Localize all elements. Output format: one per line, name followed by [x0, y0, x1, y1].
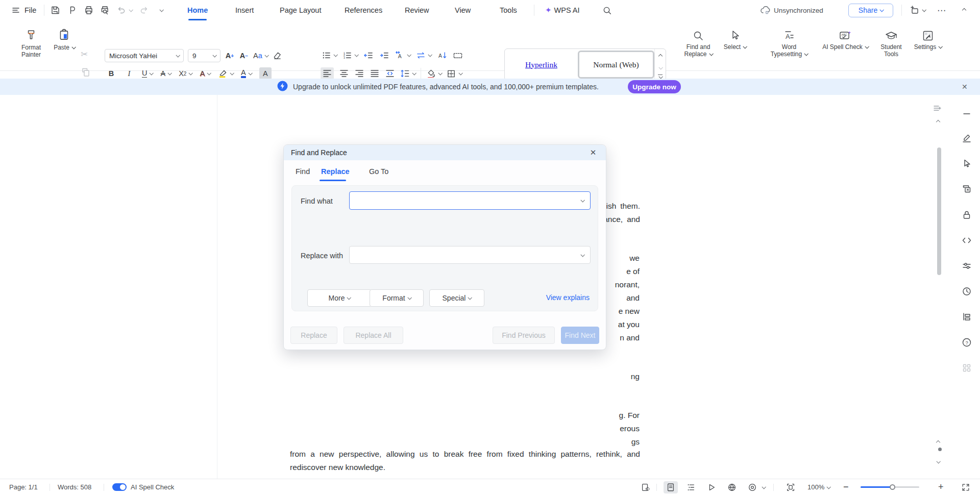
clear-formatting-button[interactable] — [272, 50, 282, 62]
dialog-close-button[interactable]: ✕ — [587, 147, 599, 158]
export-pdf-button[interactable] — [67, 0, 78, 20]
code-view-button[interactable] — [959, 233, 974, 248]
settings-button[interactable]: Settings — [910, 30, 946, 51]
change-case-button[interactable]: Aa — [253, 50, 268, 62]
scroll-up-button[interactable] — [937, 116, 940, 126]
replace-with-input[interactable] — [349, 246, 591, 264]
focus-mode-button[interactable] — [745, 479, 765, 495]
increase-font-button[interactable]: A+ — [225, 50, 235, 62]
tab-view[interactable]: View — [455, 0, 471, 20]
more-options-button[interactable]: More — [307, 289, 372, 307]
find-previous-button[interactable]: Find Previous — [493, 327, 555, 344]
file-menu[interactable]: File — [24, 0, 36, 20]
browse-object-button[interactable] — [938, 448, 942, 451]
help-button[interactable]: ? — [959, 335, 974, 350]
line-spacing-button[interactable] — [400, 67, 415, 80]
format-button[interactable]: Format — [370, 289, 424, 307]
dialog-title-bar[interactable]: Find and Replace ✕ — [284, 145, 606, 160]
zoom-out-button[interactable]: − — [843, 479, 849, 495]
sync-status[interactable]: Unsynchronized — [760, 0, 823, 20]
banner-close-button[interactable]: ✕ — [962, 83, 968, 91]
tab-wps-ai[interactable]: ✦WPS AI — [545, 0, 580, 20]
dialog-tab-replace[interactable]: Replace — [321, 167, 350, 176]
fit-page-button[interactable] — [783, 479, 798, 495]
fullscreen-button[interactable] — [959, 479, 973, 495]
bold-button[interactable]: B — [106, 67, 116, 80]
print-button[interactable] — [84, 0, 94, 20]
strikethrough-button[interactable]: A — [160, 67, 171, 80]
print-layout-view-button[interactable] — [664, 479, 678, 495]
task-window-button[interactable] — [638, 479, 652, 495]
text-frame-button[interactable] — [453, 49, 463, 61]
zoom-slider[interactable] — [861, 479, 919, 495]
format-painter-button[interactable]: Format Painter — [14, 29, 48, 58]
zoom-slider-handle[interactable] — [890, 484, 895, 490]
numbering-button[interactable]: 123 — [342, 49, 358, 61]
cut-button[interactable]: ✂ — [81, 49, 88, 60]
tab-tools[interactable]: Tools — [500, 0, 517, 20]
tab-insert[interactable]: Insert — [235, 0, 254, 20]
next-page-button[interactable] — [937, 456, 940, 465]
page-indicator[interactable]: Page: 1/1 — [9, 479, 38, 495]
find-next-button[interactable]: Find Next — [561, 327, 599, 344]
tab-review[interactable]: Review — [405, 0, 429, 20]
select-button[interactable]: Select — [720, 30, 750, 51]
print-preview-button[interactable] — [100, 0, 110, 20]
web-layout-button[interactable] — [725, 479, 739, 495]
style-hyperlink[interactable]: Hyperlink — [505, 51, 578, 79]
view-explains-link[interactable]: View explains — [546, 293, 590, 302]
font-size-select[interactable]: 9 — [188, 49, 220, 62]
replace-all-button[interactable]: Replace All — [344, 327, 403, 344]
dialog-tab-goto[interactable]: Go To — [369, 167, 388, 176]
justify-button[interactable] — [370, 67, 380, 80]
font-color-button[interactable]: A — [241, 67, 252, 80]
collapse-ribbon-button[interactable] — [963, 0, 966, 20]
ai-spell-check-toggle[interactable]: AI Spell Check — [112, 479, 174, 495]
decrease-indent-button[interactable] — [363, 49, 374, 61]
main-menu-button[interactable] — [11, 0, 20, 20]
ai-spell-check-button[interactable]: ABC AI Spell Check — [817, 30, 874, 51]
hide-sidebar-button[interactable] — [959, 106, 974, 121]
copy-button[interactable] — [81, 67, 91, 78]
tab-references[interactable]: References — [345, 0, 382, 20]
upgrade-now-button[interactable]: Upgrade now — [628, 80, 681, 93]
interface-layout-button[interactable] — [910, 0, 925, 20]
protect-lock-button[interactable] — [959, 207, 974, 222]
find-and-replace-button[interactable]: Find and Replace — [682, 30, 715, 58]
underline-button[interactable]: U — [142, 67, 153, 80]
borders-button[interactable] — [447, 67, 462, 80]
dialog-tab-find[interactable]: Find — [296, 167, 310, 176]
ruler-toggle-icon[interactable] — [933, 104, 941, 112]
save-button[interactable] — [50, 0, 60, 20]
align-left-button[interactable] — [321, 67, 334, 80]
bullets-button[interactable] — [322, 49, 337, 61]
special-button[interactable]: Special — [429, 289, 484, 307]
word-count[interactable]: Words: 508 — [58, 479, 91, 495]
increase-indent-button[interactable] — [379, 49, 389, 61]
decrease-font-button[interactable]: A− — [239, 50, 249, 62]
previous-page-button[interactable] — [937, 437, 940, 446]
document-structure-button[interactable] — [959, 309, 974, 325]
share-button[interactable]: Share — [848, 0, 893, 20]
character-scale-button[interactable]: A — [395, 49, 410, 61]
select-tool-button[interactable] — [959, 156, 974, 171]
word-typesetting-button[interactable]: A Word Typesetting — [766, 30, 813, 58]
find-what-input[interactable] — [349, 191, 591, 210]
style-normal-web[interactable]: Normal (Web) — [578, 51, 654, 79]
text-effects-button[interactable]: A — [200, 67, 210, 80]
more-apps-grid-button[interactable] — [959, 360, 974, 376]
replace-button[interactable]: Replace — [290, 327, 337, 344]
student-tools-button[interactable]: Student Tools — [875, 30, 908, 58]
paste-button[interactable]: Paste — [51, 29, 78, 51]
styles-gallery-expand-button[interactable] — [658, 75, 663, 79]
font-name-select[interactable]: Microsoft YaHei — [105, 49, 184, 62]
styles-scroll-down-button[interactable] — [659, 62, 662, 71]
superscript-button[interactable]: X2 — [179, 67, 192, 80]
align-center-button[interactable] — [339, 67, 349, 80]
character-shading-button[interactable]: A — [259, 67, 272, 80]
zoom-in-button[interactable]: + — [938, 479, 944, 495]
shading-button[interactable] — [426, 67, 442, 80]
zoom-slider-track[interactable] — [861, 486, 919, 488]
vertical-scrollbar-thumb[interactable] — [937, 147, 941, 275]
align-right-button[interactable] — [354, 67, 364, 80]
